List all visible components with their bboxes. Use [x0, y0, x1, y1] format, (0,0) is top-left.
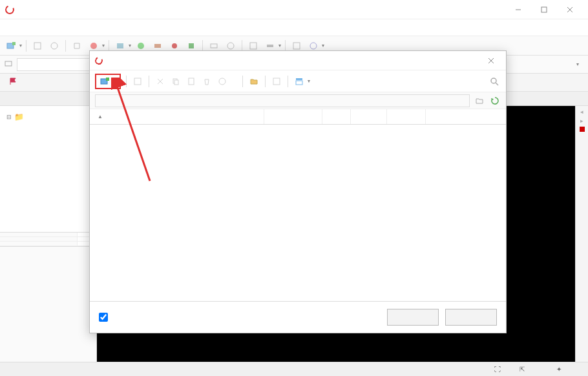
tree-root-item[interactable]: ⊟ 📁	[4, 111, 92, 123]
right-sidebar: ◂ ▸	[575, 106, 588, 362]
status-pos: ⇱	[517, 366, 533, 373]
close-button[interactable]	[557, 1, 583, 19]
nav-prev-icon[interactable]: ◂	[580, 109, 583, 115]
svg-line-34	[496, 83, 498, 85]
prop-key	[0, 233, 78, 236]
dialog-toolbar: ▾ ▾	[90, 70, 506, 92]
delete-icon[interactable]	[201, 76, 213, 87]
svg-rect-11	[154, 44, 161, 48]
toolbar-icon[interactable]	[271, 76, 282, 87]
paste-icon[interactable]	[185, 76, 197, 87]
session-manager-panel: ⊟ 📁	[0, 106, 97, 362]
startup-checkbox[interactable]	[99, 313, 112, 322]
dialog-path-row	[90, 92, 506, 109]
session-tree[interactable]: ⊟ 📁	[0, 106, 96, 232]
svg-point-8	[90, 43, 97, 49]
red-indicator-icon[interactable]	[580, 127, 585, 132]
svg-rect-18	[293, 43, 300, 49]
prop-key	[0, 237, 78, 241]
dialog-close-button[interactable]	[481, 53, 501, 68]
table-row	[0, 237, 96, 242]
toolbar-icon[interactable]	[47, 39, 61, 53]
tab-add-session[interactable]	[4, 78, 25, 87]
address-dropdown-icon[interactable]: ▾	[571, 61, 584, 67]
menubar	[0, 19, 588, 36]
svg-point-19	[310, 43, 317, 49]
menu-view[interactable]	[25, 25, 35, 30]
path-input[interactable]	[95, 94, 470, 107]
titlebar	[0, 0, 588, 19]
svg-rect-16	[250, 43, 257, 49]
sessions-dialog: ▾ ▾	[89, 50, 507, 333]
flag-icon	[9, 78, 17, 87]
svg-point-29	[219, 78, 226, 85]
svg-point-12	[172, 43, 177, 48]
tree-toggle-icon[interactable]: ⊟	[6, 114, 12, 120]
folder-icon[interactable]	[248, 76, 260, 87]
statusbar: ⛶ ⇱ ✦	[0, 362, 588, 376]
svg-rect-27	[174, 80, 178, 85]
maximize-button[interactable]	[531, 1, 557, 19]
svg-rect-14	[211, 44, 217, 48]
svg-rect-25	[134, 78, 141, 85]
menu-help[interactable]	[66, 25, 76, 30]
minimize-button[interactable]	[505, 1, 531, 19]
close-button[interactable]	[445, 309, 497, 326]
host-icon	[4, 59, 13, 70]
svg-rect-30	[273, 78, 280, 85]
svg-rect-13	[189, 43, 194, 48]
toolbar-icon[interactable]	[30, 39, 45, 53]
connect-button[interactable]	[387, 309, 439, 326]
session-list[interactable]	[90, 125, 506, 302]
svg-rect-9	[117, 43, 123, 48]
search-icon[interactable]	[488, 75, 501, 88]
dropdown-icon[interactable]: ▾	[102, 43, 105, 48]
view-icon[interactable]	[293, 76, 305, 87]
col-name[interactable]	[90, 109, 264, 124]
copy-icon[interactable]	[170, 76, 182, 87]
folder-icon: 📁	[14, 112, 24, 121]
menu-edit[interactable]	[14, 25, 25, 30]
cut-icon[interactable]	[154, 76, 166, 87]
svg-rect-24	[106, 78, 109, 81]
svg-point-15	[227, 43, 234, 49]
col-desc[interactable]	[426, 109, 506, 124]
startup-checkbox-input[interactable]	[99, 313, 108, 322]
folder-up-icon[interactable]	[474, 95, 485, 107]
dialog-titlebar	[90, 51, 506, 70]
refresh-icon[interactable]	[489, 95, 501, 107]
app-icon	[94, 56, 103, 65]
svg-point-10	[138, 43, 144, 49]
svg-rect-32	[296, 81, 302, 85]
dropdown-icon[interactable]: ▾	[308, 78, 310, 84]
dropdown-icon[interactable]: ▾	[113, 78, 116, 84]
svg-rect-20	[5, 61, 12, 66]
nav-next-icon[interactable]: ▸	[580, 118, 583, 124]
menu-tools[interactable]	[35, 25, 45, 30]
col-host[interactable]	[264, 109, 322, 124]
status-size: ⛶	[492, 366, 509, 373]
properties-table	[0, 232, 96, 246]
dropdown-icon[interactable]: ▾	[129, 43, 131, 48]
column-headers	[90, 109, 506, 125]
new-session-button[interactable]: ▾	[95, 74, 121, 89]
col-port[interactable]	[322, 109, 351, 124]
new-session-icon	[100, 77, 109, 86]
col-user[interactable]	[387, 109, 426, 124]
toolbar-icon[interactable]	[132, 76, 143, 87]
menu-window[interactable]	[56, 25, 66, 30]
dropdown-icon[interactable]: ▾	[322, 43, 324, 48]
toolbar-icon[interactable]	[70, 39, 84, 53]
menu-tabs[interactable]	[45, 25, 56, 30]
new-session-icon[interactable]	[4, 39, 18, 53]
menu-file[interactable]	[4, 25, 14, 30]
dropdown-icon[interactable]: ▾	[278, 43, 281, 48]
svg-rect-17	[267, 45, 273, 47]
table-row	[0, 242, 96, 246]
svg-rect-31	[296, 78, 302, 80]
svg-point-33	[491, 78, 496, 83]
toolbar-icon[interactable]	[216, 76, 228, 87]
svg-rect-6	[34, 43, 41, 49]
dropdown-icon[interactable]: ▾	[19, 43, 22, 48]
col-proto[interactable]	[351, 109, 387, 124]
